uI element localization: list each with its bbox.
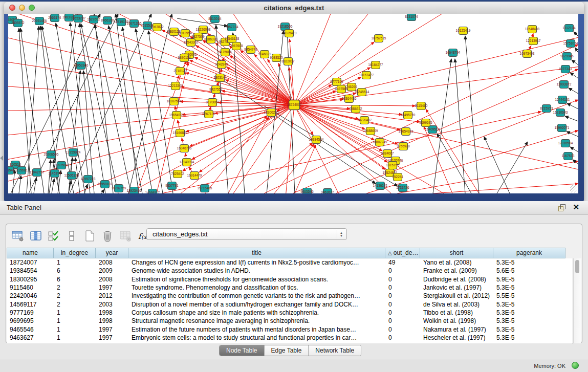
table-cell[interactable]: 14569117 [7,301,54,308]
window-titlebar[interactable]: citations_edges.txt [4,2,584,14]
network-canvas[interactable]: 2480554240557220691406206317424637191065… [8,14,578,193]
table-cell[interactable]: 6 [54,276,96,283]
column-header-year[interactable]: year [96,248,128,258]
table-cell[interactable]: Tourette syndrome. Phenomenology and cla… [128,284,385,291]
table-cell[interactable]: 9777169 [7,309,54,316]
column-header-name[interactable]: name [7,248,54,258]
table-cell[interactable]: 5.3E-5 [493,259,565,266]
table-cell[interactable]: Genome-wide association studies in ADHD. [128,267,385,274]
table-cell[interactable]: 18300295 [7,276,54,283]
table-cell[interactable]: 1998 [96,317,128,324]
table-row[interactable]: 1830029562008Estimation of significance … [7,275,572,283]
table-cell[interactable]: 2 [54,301,96,308]
table-cell[interactable]: 0 [385,301,420,308]
citation-network-graph[interactable]: 2480554240557220691406206317424637191065… [8,14,578,193]
table-cell[interactable]: Changes of HCN gene expression and I(f) … [128,259,385,266]
table-row[interactable]: 946554611997Estimation of the future num… [7,325,572,333]
tab-network-table[interactable]: Network Table [309,345,361,356]
tab-node-table[interactable]: Node Table [220,345,265,356]
table-cell[interactable]: 2003 [96,301,128,308]
table-cell[interactable]: 0 [385,292,420,299]
column-header-in_degree[interactable]: in_degree [54,248,96,258]
table-cell[interactable]: 5.3E-5 [493,334,565,341]
table-cell[interactable]: 2008 [96,259,128,266]
column-header-out_de[interactable]: △out_de… [385,248,420,258]
table-cell[interactable]: Estimation of the future numbers of pati… [128,326,385,333]
tab-edge-table[interactable]: Edge Table [265,345,309,356]
table-cell[interactable]: 0 [385,326,420,333]
select-columns-icon[interactable] [47,229,60,243]
table-cell[interactable]: 5.3E-5 [493,284,565,291]
table-cell[interactable]: 1997 [96,334,128,341]
table-selector-dropdown[interactable]: citations_edges.txt ▲▼ [146,228,347,240]
network-view-window[interactable]: citations_edges.txt 24805542405572206914… [4,2,584,201]
table-cell[interactable]: 5.3E-5 [493,317,565,324]
table-cell[interactable]: 1 [54,317,96,324]
table-cell[interactable]: 1998 [96,309,128,316]
panel-collapse-arrow[interactable] [0,156,3,161]
table-row[interactable]: 969969511998Structural magnetic resonanc… [7,317,572,325]
table-cell[interactable]: 0 [385,284,420,291]
minimize-window-button[interactable] [19,5,25,11]
table-cell[interactable]: de Silva et al. (2003) [420,301,493,308]
column-header-title[interactable]: title [128,248,385,258]
table-settings-icon[interactable] [11,229,25,243]
table-cell[interactable]: 22420046 [7,292,54,299]
table-cell[interactable]: Investigating the contribution of common… [128,292,385,299]
table-cell[interactable]: 9465546 [7,326,54,333]
table-cell[interactable]: Tibbo et al. (1998) [420,309,493,316]
delete-table-disabled-icon[interactable] [119,229,132,243]
table-cell[interactable]: 0 [385,309,420,316]
zoom-window-button[interactable] [29,5,35,11]
column-header-pagerank[interactable]: pagerank [493,248,565,258]
table-row[interactable]: 977716911998Corpus callosum shape and si… [7,309,572,317]
table-cell[interactable]: 6 [54,267,96,274]
table-cell[interactable]: Franke et al. (2009) [420,267,493,274]
delete-column-icon[interactable] [101,229,114,243]
table-cell[interactable]: 2012 [96,292,128,299]
table-cell[interactable]: Yano et al. (2008) [420,259,493,266]
table-cell[interactable]: 1997 [96,284,128,291]
table-cell[interactable]: 1 [54,326,96,333]
table-panel-titlebar[interactable]: Table Panel ✕ [0,201,588,215]
table-cell[interactable]: 5.9E-5 [493,276,565,283]
close-panel-icon[interactable]: ✕ [573,203,579,212]
table-cell[interactable]: 2008 [96,276,128,283]
memory-status-icon[interactable] [572,362,579,369]
table-cell[interactable]: 5.3E-5 [493,301,565,308]
table-cell[interactable]: Wolkin et al. (1998) [420,317,493,324]
resize-grip-icon[interactable] [570,185,577,192]
table-row[interactable]: 2242004622012Investigating the contribut… [7,292,572,300]
scrollbar-thumb[interactable] [575,260,579,273]
column-header-short[interactable]: short [420,248,493,258]
table-cell[interactable]: Disruption of a novel member of a sodium… [128,301,385,308]
table-cell[interactable]: 18724007 [7,259,54,266]
vertical-scrollbar[interactable] [573,258,581,343]
table-cell[interactable]: 2 [54,284,96,291]
table-row[interactable]: 946362711997Embryonic stem cells: a mode… [7,334,572,342]
table-cell[interactable]: Stergiakouli et al. (2012) [420,292,493,299]
table-cell[interactable]: 5.3E-5 [493,309,565,316]
table-cell[interactable]: 0 [385,276,420,283]
table-row[interactable]: 911546021997Tourette syndrome. Phenomeno… [7,283,572,292]
show-columns-icon[interactable] [29,229,42,243]
table-cell[interactable]: 9463627 [7,334,54,341]
table-cell[interactable]: Jankovic et al. (1997) [420,284,493,291]
table-cell[interactable]: 9115460 [7,284,54,291]
table-cell[interactable]: 1 [54,334,96,341]
table-cell[interactable]: Estimation of significance thresholds fo… [128,276,385,283]
table-cell[interactable]: 0 [385,334,420,341]
table-cell[interactable]: 5.5E-5 [493,292,565,299]
table-cell[interactable]: 2009 [96,267,128,274]
table-cell[interactable]: 2 [54,292,96,299]
table-cell[interactable]: 1 [54,259,96,266]
table-cell[interactable]: 0 [385,267,420,274]
float-panel-icon[interactable] [558,204,565,211]
table-row[interactable]: 1456911722003Disruption of a novel membe… [7,300,572,308]
table-cell[interactable]: 9699695 [7,317,54,324]
row-height-icon[interactable] [65,229,78,243]
table-cell[interactable]: Embryonic stem cells: a model to study s… [128,334,385,341]
table-cell[interactable]: 1 [54,309,96,316]
close-window-button[interactable] [9,5,15,11]
table-cell[interactable]: Corpus callosum shape and size in male p… [128,309,385,316]
